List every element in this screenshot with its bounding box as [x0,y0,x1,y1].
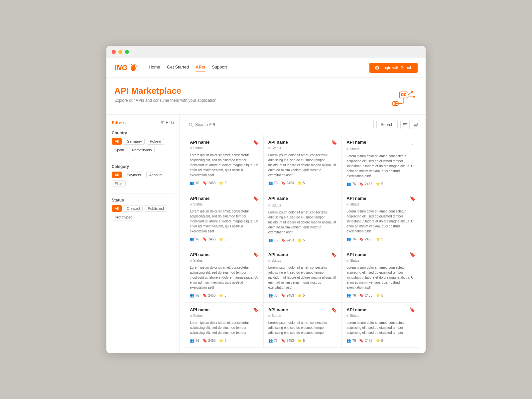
api-downloads: 🔖 2453 [281,338,294,343]
country-poland[interactable]: Poland [147,138,164,145]
api-downloads: 🔖 2453 [281,238,294,242]
api-stars: ⭐ 5 [376,182,383,186]
nav-home[interactable]: Home [149,65,160,71]
api-card[interactable]: API name 🔖 Status Lorem ipsum dolor sit … [185,303,263,347]
status-dot [268,315,270,317]
downloads-count: 2453 [287,238,294,242]
status-prototyped[interactable]: Prototyped [112,214,135,220]
country-germany[interactable]: Germany [124,138,145,145]
bookmark-icon[interactable]: 🔖 [410,196,415,201]
bookmark-icon[interactable]: 🔖 [331,252,337,257]
more-options-icon[interactable]: ⋮ [331,196,337,202]
api-card-header: API name 🔖 [190,252,259,257]
api-grid: API name 🔖 Status Lorem ipsum dolor sit … [185,135,420,348]
status-created[interactable]: Created [124,205,143,212]
bookmark-icon[interactable]: 🔖 [331,140,337,145]
api-description: Lorem ipsum dolor sit amet, consectetur … [346,154,415,179]
bookmark-icon[interactable]: 🔖 [331,307,337,313]
search-bar: Search [185,120,420,129]
api-meta: 👥 76 🔖 2453 ⭐ 5 [346,182,415,186]
login-button[interactable]: Login with Github [369,63,418,73]
nav-support[interactable]: Support [212,65,227,71]
api-card[interactable]: API name 🔖 Status Lorem ipsum dolor sit … [342,247,420,302]
api-name: API name [190,307,209,312]
api-card-header: API name 🔖 [268,140,337,145]
bookmark-icon[interactable]: 🔖 [253,196,259,201]
api-stars: ⭐ 5 [376,338,383,343]
stars-count: 5 [224,181,226,185]
api-card[interactable]: API name 🔖 Status Lorem ipsum dolor sit … [342,191,420,247]
hide-filters-button[interactable]: Hide [160,120,174,125]
view-icons [400,120,420,129]
bookmark-icon[interactable]: 🔖 [410,307,415,313]
category-account[interactable]: Account [146,172,166,178]
api-name: API name [190,252,209,257]
api-description: Lorem ipsum dolor sit amet, consectetur … [268,320,337,335]
bookmark-icon[interactable]: 🔖 [253,307,259,313]
status-label: Status [272,314,281,318]
api-stars: ⭐ 5 [376,293,383,298]
users-icon: 👥 [190,338,195,343]
api-status: Status [190,259,259,262]
search-button[interactable]: Search [376,120,398,129]
api-meta: 👥 76 🔖 2453 ⭐ 5 [190,237,259,241]
api-card[interactable]: API name 🔖 Status Lorem ipsum dolor sit … [264,303,342,347]
status-dot [346,148,348,150]
api-downloads: 🔖 2453 [359,182,372,186]
api-users: 👥 76 [268,293,278,298]
status-all[interactable]: All [112,205,122,212]
api-description: Lorem ipsum dolor sit amet, consectetur … [190,153,259,178]
api-card[interactable]: API name 🔖 Status Lorem ipsum dolor sit … [185,191,263,247]
downloads-icon: 🔖 [359,182,364,186]
category-payment[interactable]: Payment [124,172,144,178]
status-dot [346,203,348,205]
downloads-icon: 🔖 [281,238,286,242]
bookmark-icon[interactable]: 🔖 [253,252,259,257]
country-spain[interactable]: Spain [112,147,127,153]
status-published[interactable]: Published [145,205,167,212]
api-card[interactable]: API name 🔖 Status Lorem ipsum dolor sit … [185,135,263,191]
api-card[interactable]: API name 🔖 Status Lorem ipsum dolor sit … [264,135,342,191]
api-card[interactable]: API name 🔖 Status Lorem ipsum dolor sit … [264,247,342,302]
api-card-header: API name 🔖 [346,196,415,201]
main-content: Filters Hide Country All Germany Poland … [106,114,426,353]
status-dot [346,315,348,317]
api-card[interactable]: API name 🔖 Status Lorem ipsum dolor sit … [185,247,263,302]
users-count: 76 [196,294,199,297]
users-icon: 👥 [346,293,351,298]
api-name: API name [268,307,288,312]
status-label: Status [272,203,281,207]
nav-get-started[interactable]: Get Started [167,65,189,71]
api-card-header: API name 🔖 [190,140,259,145]
api-name: API name [190,196,209,201]
star-icon: ⭐ [297,181,302,185]
api-stars: ⭐ 5 [297,238,305,242]
sort-button[interactable] [400,120,410,129]
api-card-header: API name 🔖 [190,196,259,201]
api-card[interactable]: API name 🔖 Status Lorem ipsum dolor sit … [342,303,420,347]
stars-count: 5 [303,238,305,242]
category-all[interactable]: All [112,172,122,178]
category-filter[interactable]: Filter [112,180,126,187]
api-description: Lorem ipsum dolor sit amet, consectetur … [268,265,337,290]
api-card[interactable]: API name ⋮ Status Lorem ipsum dolor sit … [264,191,342,247]
downloads-count: 2453 [365,339,372,342]
star-icon: ⭐ [297,293,302,298]
api-card[interactable]: API name ⋮ Status Lorem ipsum dolor sit … [342,135,420,191]
search-input[interactable] [195,122,370,127]
bookmark-icon[interactable]: 🔖 [253,140,259,145]
minimize-dot[interactable] [118,50,122,54]
status-label: Status [350,259,359,262]
list-view-button[interactable] [411,120,420,129]
country-all[interactable]: All [112,138,122,145]
downloads-icon: 🔖 [281,338,286,343]
api-users: 👥 76 [190,237,199,241]
downloads-count: 2453 [287,339,294,342]
close-dot[interactable] [112,50,116,54]
api-users: 👥 76 [346,237,356,241]
bookmark-icon[interactable]: 🔖 [410,252,415,257]
maximize-dot[interactable] [125,50,129,54]
nav-apis[interactable]: APIs [196,65,205,71]
more-options-icon[interactable]: ⋮ [410,140,415,146]
country-netherlands[interactable]: Netherlands [129,147,155,153]
